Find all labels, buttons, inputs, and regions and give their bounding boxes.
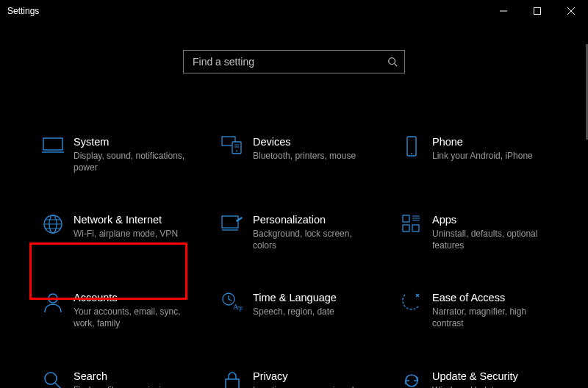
update-icon [398,370,425,388]
tile-ease-of-access[interactable]: Ease of Access Narrator, magnifier, high… [395,287,566,334]
tile-devices[interactable]: Devices Bluetooth, printers, mouse [216,131,387,178]
tile-accounts[interactable]: Accounts Your accounts, email, sync, wor… [37,287,207,334]
tile-desc: Wi-Fi, airplane mode, VPN [74,228,178,240]
tile-desc: Link your Android, iPhone [432,150,533,162]
svg-rect-11 [403,215,409,222]
svg-rect-0 [534,8,541,15]
tile-title: System [74,135,198,149]
close-button[interactable] [554,0,588,22]
tile-desc: Your accounts, email, sync, work, family [74,306,198,329]
magnifier-icon [40,370,66,388]
tile-title: Network & Internet [74,213,178,227]
tile-title: Apps [432,213,557,227]
system-icon [40,136,66,161]
svg-point-7 [411,153,412,154]
tile-title: Update & Security [432,370,557,384]
tile-update-security[interactable]: Update & Security Windows Update, recove… [395,365,566,388]
tile-desc: Display, sound, notifications, power [74,150,198,173]
tile-title: Time & Language [253,291,337,305]
svg-point-14 [49,294,57,303]
svg-point-5 [236,151,237,152]
tile-desc: Location, camera, microphone [253,384,371,389]
time-language-icon: A字 [219,292,245,317]
search-icon [387,56,398,68]
tile-desc: Uninstall, defaults, optional features [432,228,557,251]
svg-text:字: 字 [237,306,243,312]
content-area: System Display, sound, notifications, po… [0,22,588,388]
lock-icon [219,370,245,388]
tile-time-language[interactable]: A字 Time & Language Speech, region, date [216,287,387,334]
tile-search[interactable]: Search Find my files, permissions [37,365,207,388]
tile-desc: Narrator, magnifier, high contrast [432,306,557,329]
search-input[interactable] [191,55,387,68]
svg-rect-19 [226,379,239,388]
maximize-button[interactable] [520,0,554,22]
personalization-icon [219,214,245,239]
minimize-button[interactable] [487,0,520,22]
window-controls [487,0,588,22]
tile-title: Privacy [253,370,371,384]
tile-desc: Background, lock screen, colors [253,228,378,251]
tile-title: Personalization [253,213,378,227]
tile-apps[interactable]: Apps Uninstall, defaults, optional featu… [395,209,566,256]
tile-title: Ease of Access [432,291,557,305]
tile-personalization[interactable]: Personalization Background, lock screen,… [216,209,387,256]
tile-title: Phone [432,135,533,149]
tile-desc: Bluetooth, printers, mouse [253,150,356,162]
ease-of-access-icon [398,292,425,317]
window-title: Settings [7,6,487,16]
phone-icon [398,136,425,161]
svg-point-18 [45,373,57,384]
tile-network[interactable]: Network & Internet Wi-Fi, airplane mode,… [37,209,207,256]
tile-phone[interactable]: Phone Link your Android, iPhone [395,131,566,178]
svg-rect-13 [412,225,419,231]
titlebar: Settings [0,0,588,22]
globe-icon [40,214,66,239]
svg-rect-10 [222,216,238,228]
apps-icon [398,214,425,239]
svg-rect-4 [232,142,241,154]
svg-rect-2 [43,138,62,150]
tile-title: Devices [253,135,356,149]
svg-point-1 [389,58,395,65]
settings-grid: System Display, sound, notifications, po… [37,131,566,388]
tile-title: Accounts [74,291,198,305]
devices-icon [219,136,245,161]
accounts-icon [40,292,66,317]
tile-desc: Windows Update, recovery, backup [432,384,557,389]
tile-title: Search [74,370,175,384]
tile-desc: Speech, region, date [253,306,337,317]
tile-desc: Find my files, permissions [74,384,175,389]
tile-privacy[interactable]: Privacy Location, camera, microphone [216,365,387,388]
search-box[interactable] [183,50,405,73]
tile-system[interactable]: System Display, sound, notifications, po… [37,131,207,178]
svg-rect-12 [403,225,409,231]
